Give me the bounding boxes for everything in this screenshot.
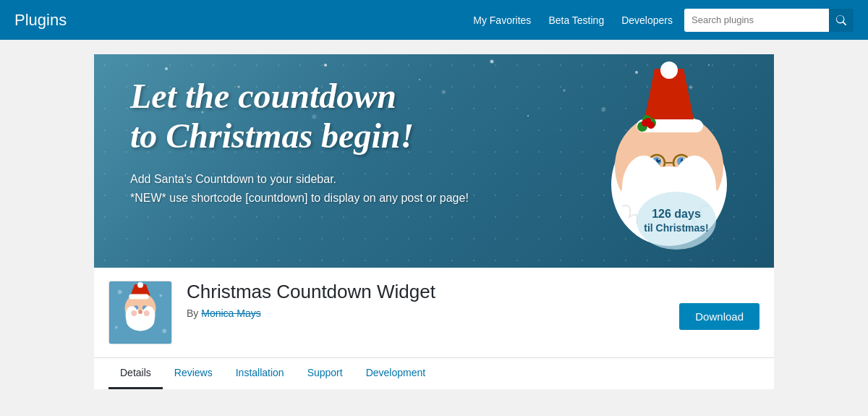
plugin-banner: ✦ ❄ ❄ ❄ ✦ Let the countdown to Christmas… <box>94 54 774 268</box>
tab-details[interactable]: Details <box>109 358 163 389</box>
tab-development[interactable]: Development <box>354 358 438 389</box>
plugin-info-section: Christmas Countdown Widget By Monica May… <box>94 268 774 357</box>
tab-installation[interactable]: Installation <box>224 358 296 389</box>
author-link[interactable]: Monica Mays <box>201 307 260 319</box>
search-container <box>684 9 854 32</box>
svg-rect-47 <box>129 294 148 300</box>
banner-text-block: Let the countdown to Christmas begin! Ad… <box>130 76 469 208</box>
svg-point-60 <box>162 328 166 333</box>
svg-point-55 <box>131 310 137 316</box>
plugin-details: Christmas Countdown Widget By Monica May… <box>187 281 665 319</box>
svg-point-54 <box>138 310 142 314</box>
plugin-icon-svg <box>109 281 171 344</box>
header-nav: My Favorites Beta Testing Developers <box>473 14 673 26</box>
main-content: ✦ ❄ ❄ ❄ ✦ Let the countdown to Christmas… <box>94 54 774 389</box>
svg-point-20 <box>660 61 678 79</box>
search-button[interactable] <box>829 9 854 32</box>
search-icon <box>836 15 846 25</box>
nav-my-favorites[interactable]: My Favorites <box>473 14 531 26</box>
download-button[interactable]: Download <box>679 303 760 330</box>
tabs-container: Details Reviews Installation Support Dev… <box>94 357 774 389</box>
plugin-name: Christmas Countdown Widget <box>187 281 665 303</box>
svg-point-56 <box>144 310 150 316</box>
svg-point-59 <box>115 326 118 329</box>
header-title: Plugins <box>14 11 67 30</box>
header: Plugins My Favorites Beta Testing Develo… <box>0 0 868 40</box>
tab-support[interactable]: Support <box>296 358 354 389</box>
svg-point-52 <box>125 306 138 324</box>
nav-developers[interactable]: Developers <box>621 14 673 26</box>
plugin-icon <box>109 281 172 344</box>
nav-beta-testing[interactable]: Beta Testing <box>548 14 604 26</box>
days-til-christmas-badge: 126 days til Christmas! <box>637 192 716 250</box>
svg-point-57 <box>118 290 122 294</box>
svg-point-53 <box>142 306 156 324</box>
svg-point-43 <box>645 118 651 124</box>
banner-subtext: Add Santa's Countdown to your sidebar. *… <box>130 170 469 207</box>
svg-point-48 <box>137 282 143 288</box>
tab-reviews[interactable]: Reviews <box>163 358 224 389</box>
banner-headline: Let the countdown to Christmas begin! <box>130 76 469 156</box>
svg-point-58 <box>159 294 162 297</box>
plugin-author: By Monica Mays <box>187 307 665 319</box>
svg-point-25 <box>658 158 660 160</box>
search-input[interactable] <box>684 9 829 32</box>
